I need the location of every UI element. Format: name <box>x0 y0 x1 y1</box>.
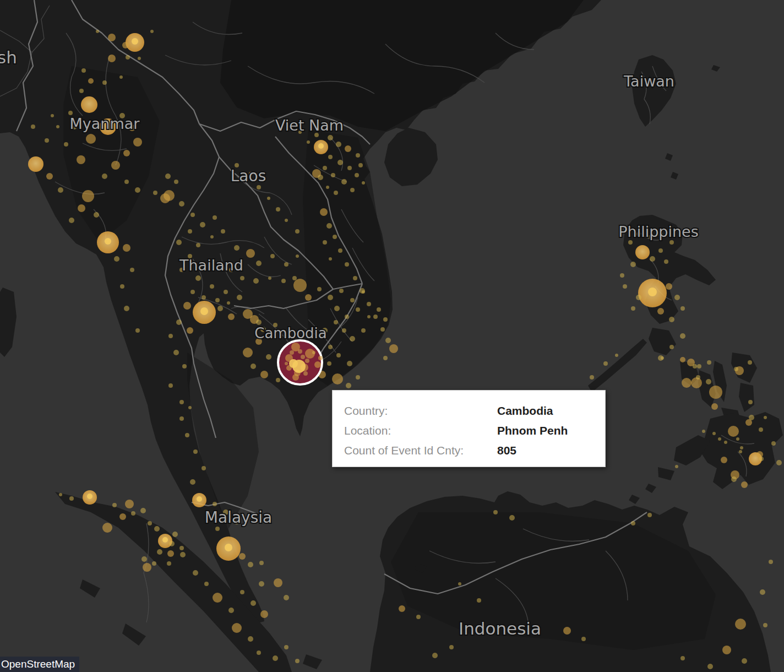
event-dot[interactable] <box>383 317 388 322</box>
event-dot[interactable] <box>650 256 655 262</box>
event-dot-selected-area[interactable] <box>292 374 299 381</box>
event-dot[interactable] <box>337 160 343 165</box>
event-dot[interactable] <box>102 174 107 179</box>
event-dot[interactable] <box>590 375 594 380</box>
event-dot[interactable] <box>125 500 134 508</box>
event-dot[interactable] <box>326 186 329 189</box>
event-dot[interactable] <box>295 229 300 234</box>
event-dot[interactable] <box>239 553 246 560</box>
event-dot[interactable] <box>657 308 664 315</box>
event-dot[interactable] <box>162 537 168 543</box>
selected-mark-layer[interactable] <box>278 340 323 384</box>
event-dot-selected-area[interactable] <box>305 359 309 363</box>
event-dot[interactable] <box>661 356 664 360</box>
event-dot[interactable] <box>227 301 230 305</box>
event-dot[interactable] <box>94 212 99 218</box>
event-dot[interactable] <box>215 527 220 531</box>
event-dot[interactable] <box>342 328 346 333</box>
event-dot[interactable] <box>260 610 268 618</box>
event-dot[interactable] <box>173 350 179 355</box>
event-dot[interactable] <box>213 593 222 603</box>
event-dot[interactable] <box>270 254 275 258</box>
event-dot[interactable] <box>154 526 160 532</box>
event-dot[interactable] <box>251 364 256 369</box>
event-dot[interactable] <box>240 276 244 280</box>
event-dot[interactable] <box>477 598 481 603</box>
event-dot[interactable] <box>736 437 739 441</box>
event-dot[interactable] <box>179 416 184 421</box>
event-dot[interactable] <box>196 243 200 247</box>
event-dot[interactable] <box>734 367 738 371</box>
event-dot[interactable] <box>120 284 124 289</box>
event-dot[interactable] <box>164 190 175 201</box>
event-dot[interactable] <box>305 294 312 301</box>
event-dot[interactable] <box>256 261 262 266</box>
event-dot[interactable] <box>213 215 217 220</box>
event-dot[interactable] <box>140 508 146 513</box>
event-dot[interactable] <box>771 441 776 446</box>
event-dot[interactable] <box>153 191 157 195</box>
event-dot[interactable] <box>709 386 722 399</box>
event-dot[interactable] <box>416 615 421 619</box>
event-dot[interactable] <box>179 400 184 404</box>
event-dot[interactable] <box>345 262 349 267</box>
event-dot-selected-area[interactable] <box>318 356 323 360</box>
event-dot[interactable] <box>399 605 405 612</box>
event-dot[interactable] <box>721 457 727 463</box>
event-dot[interactable] <box>347 361 352 366</box>
event-dot[interactable] <box>56 125 59 128</box>
event-dot[interactable] <box>331 173 335 177</box>
event-dot[interactable] <box>243 348 253 357</box>
event-dot[interactable] <box>202 466 206 470</box>
event-dot[interactable] <box>190 213 195 217</box>
event-dot[interactable] <box>336 142 341 147</box>
event-dot[interactable] <box>338 248 342 253</box>
event-dot[interactable] <box>251 600 256 606</box>
event-dot[interactable] <box>748 400 753 404</box>
event-dot[interactable] <box>664 259 668 264</box>
event-dot[interactable] <box>234 245 239 251</box>
event-dot[interactable] <box>210 284 214 289</box>
event-dot[interactable] <box>735 619 746 630</box>
event-dot[interactable] <box>124 306 129 311</box>
event-dot[interactable] <box>148 521 152 525</box>
event-dot[interactable] <box>682 378 692 388</box>
event-dot[interactable] <box>185 433 189 437</box>
event-dot[interactable] <box>389 344 398 353</box>
event-dot[interactable] <box>188 406 192 409</box>
event-dot[interactable] <box>493 510 498 514</box>
event-dot[interactable] <box>246 249 255 258</box>
event-dot[interactable] <box>81 96 97 113</box>
event-dot[interactable] <box>135 328 140 333</box>
event-dot[interactable] <box>759 427 763 432</box>
event-dot[interactable] <box>731 476 737 482</box>
event-dot[interactable] <box>68 111 73 115</box>
event-dot-selected-area[interactable] <box>303 371 308 376</box>
event-dot[interactable] <box>268 277 271 280</box>
event-dot[interactable] <box>176 240 182 245</box>
event-dot[interactable] <box>228 313 235 320</box>
event-dot[interactable] <box>28 156 43 172</box>
event-dot[interactable] <box>51 114 54 117</box>
event-dot[interactable] <box>193 449 198 454</box>
event-dot[interactable] <box>213 502 217 506</box>
event-dot[interactable] <box>284 595 289 600</box>
event-dot[interactable] <box>353 276 357 280</box>
event-dot[interactable] <box>188 229 192 234</box>
event-dot[interactable] <box>749 415 754 420</box>
event-dot[interactable] <box>318 143 324 149</box>
event-dot[interactable] <box>334 306 340 311</box>
event-dot[interactable] <box>79 89 84 93</box>
event-dot[interactable] <box>77 155 85 164</box>
event-dot[interactable] <box>135 187 140 193</box>
event-dot[interactable] <box>603 361 608 366</box>
event-dot[interactable] <box>237 295 242 300</box>
event-dot[interactable] <box>760 589 765 595</box>
event-dot[interactable] <box>317 287 322 291</box>
event-dot[interactable] <box>728 426 739 437</box>
map-canvas[interactable]: shMyanmarViet NamLaosThailandCambodiaTai… <box>0 0 784 672</box>
event-dot[interactable] <box>345 315 349 319</box>
event-dot[interactable] <box>323 166 327 170</box>
event-dot[interactable] <box>180 552 186 557</box>
event-dot[interactable] <box>228 608 234 613</box>
